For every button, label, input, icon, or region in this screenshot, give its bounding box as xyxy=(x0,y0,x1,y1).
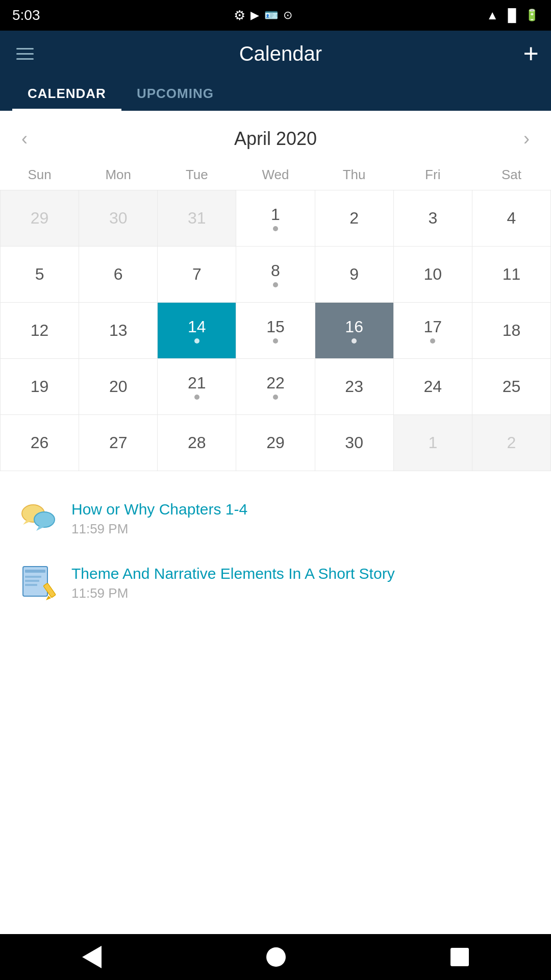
svg-rect-7 xyxy=(25,580,39,582)
event-item-2[interactable]: Theme And Narrative Elements In A Short … xyxy=(10,551,541,615)
svg-rect-8 xyxy=(25,584,37,586)
calendar-cell[interactable]: 30 xyxy=(315,415,393,471)
recent-button[interactable] xyxy=(450,948,469,966)
calendar-cell[interactable]: 15 xyxy=(236,303,315,359)
day-number: 11 xyxy=(472,247,550,302)
day-number: 25 xyxy=(472,359,550,414)
calendar-week-1: 567891011 xyxy=(1,247,551,303)
calendar-cell[interactable]: 27 xyxy=(79,415,158,471)
calendar-cell[interactable]: 2 xyxy=(315,190,393,247)
calendar-cell[interactable]: 23 xyxy=(315,359,393,415)
day-number: 9 xyxy=(315,247,393,302)
settings-icon: ⚙ xyxy=(234,8,245,23)
prev-month-button[interactable]: ‹ xyxy=(15,126,34,152)
calendar-cell[interactable]: 25 xyxy=(472,359,550,415)
svg-rect-6 xyxy=(25,576,41,578)
app-title: Calendar xyxy=(239,42,322,65)
event-dot xyxy=(194,395,199,400)
calendar-cell[interactable]: 1 xyxy=(236,190,315,247)
header-fri: Fri xyxy=(393,162,472,190)
calendar-cell[interactable]: 10 xyxy=(393,247,472,303)
event-dot xyxy=(273,395,278,400)
day-number: 18 xyxy=(472,303,550,358)
calendar-cell[interactable]: 1 xyxy=(393,415,472,471)
calendar-cell[interactable]: 28 xyxy=(158,415,236,471)
calendar-cell[interactable]: 17 xyxy=(393,303,472,359)
event-title-1: How or Why Chapters 1-4 xyxy=(71,501,247,518)
calendar-cell[interactable]: 12 xyxy=(1,303,79,359)
tab-calendar[interactable]: CALENDAR xyxy=(12,77,121,111)
tab-upcoming[interactable]: UPCOMING xyxy=(121,77,229,111)
calendar-cell[interactable]: 11 xyxy=(472,247,550,303)
calendar-cell[interactable]: 9 xyxy=(315,247,393,303)
calendar-cell[interactable]: 24 xyxy=(393,359,472,415)
next-month-button[interactable]: › xyxy=(517,126,536,152)
day-number: 31 xyxy=(158,190,236,246)
event-title-2: Theme And Narrative Elements In A Short … xyxy=(71,565,395,582)
header-wed: Wed xyxy=(236,162,315,190)
calendar-week-4: 262728293012 xyxy=(1,415,551,471)
day-number: 22 xyxy=(236,359,314,414)
event-item[interactable]: How or Why Chapters 1-4 11:59 PM xyxy=(10,486,541,551)
header: Calendar + CALENDAR UPCOMING xyxy=(0,31,551,111)
calendar-cell[interactable]: 13 xyxy=(79,303,158,359)
calendar-week-2: 12131415161718 xyxy=(1,303,551,359)
day-number: 28 xyxy=(158,415,236,471)
day-number: 27 xyxy=(79,415,157,471)
calendar-cell[interactable]: 20 xyxy=(79,359,158,415)
calendar-cell[interactable]: 29 xyxy=(1,190,79,247)
day-number: 24 xyxy=(394,359,472,414)
calendar-cell[interactable]: 7 xyxy=(158,247,236,303)
calendar-cell[interactable]: 31 xyxy=(158,190,236,247)
at-icon: ⊙ xyxy=(283,9,292,22)
day-number: 1 xyxy=(236,190,314,246)
calendar-cell[interactable]: 26 xyxy=(1,415,79,471)
calendar-nav: ‹ April 2020 › xyxy=(0,121,551,162)
status-time: 5:03 xyxy=(12,7,40,23)
status-icons-left: ⚙ ▶ 🪪 ⊙ xyxy=(234,8,292,23)
calendar-cell[interactable]: 29 xyxy=(236,415,315,471)
add-button[interactable]: + xyxy=(523,40,539,67)
calendar-cell[interactable]: 3 xyxy=(393,190,472,247)
calendar-cell[interactable]: 21 xyxy=(158,359,236,415)
day-number: 5 xyxy=(1,247,79,302)
calendar-cell[interactable]: 30 xyxy=(79,190,158,247)
svg-point-2 xyxy=(34,512,55,527)
day-number: 3 xyxy=(394,190,472,246)
calendar-cell[interactable]: 6 xyxy=(79,247,158,303)
day-number: 17 xyxy=(394,303,472,358)
day-number: 29 xyxy=(236,415,314,471)
calendar-cell[interactable]: 22 xyxy=(236,359,315,415)
calendar-cell[interactable]: 5 xyxy=(1,247,79,303)
calendar-cell[interactable]: 19 xyxy=(1,359,79,415)
home-button[interactable] xyxy=(266,947,286,967)
calendar-cell[interactable]: 14 xyxy=(158,303,236,359)
bottom-nav xyxy=(0,934,551,980)
event-dot xyxy=(352,338,357,344)
day-number: 7 xyxy=(158,247,236,302)
calendar-cell[interactable]: 18 xyxy=(472,303,550,359)
calendar-cell[interactable]: 8 xyxy=(236,247,315,303)
day-number: 2 xyxy=(472,415,550,471)
event-time-2: 11:59 PM xyxy=(71,585,395,601)
day-number: 10 xyxy=(394,247,472,302)
calendar-grid: Sun Mon Tue Wed Thu Fri Sat 293031123456… xyxy=(0,162,551,471)
calendar-cell[interactable]: 16 xyxy=(315,303,393,359)
day-headers-row: Sun Mon Tue Wed Thu Fri Sat xyxy=(1,162,551,190)
event-time-1: 11:59 PM xyxy=(71,521,247,537)
event-dot xyxy=(273,282,278,287)
day-number: 1 xyxy=(394,415,472,471)
status-icons-right: ▲ ▐▌ 🔋 xyxy=(486,8,539,22)
hamburger-button[interactable] xyxy=(12,44,38,64)
day-number: 20 xyxy=(79,359,157,414)
day-number: 12 xyxy=(1,303,79,358)
play-icon: ▶ xyxy=(251,9,259,22)
header-top: Calendar + xyxy=(12,31,539,77)
event-dot xyxy=(273,338,278,344)
calendar-cell[interactable]: 4 xyxy=(472,190,550,247)
back-button[interactable] xyxy=(82,946,102,968)
calendar-cell[interactable]: 2 xyxy=(472,415,550,471)
event-dot xyxy=(194,338,199,344)
calendar-week-0: 2930311234 xyxy=(1,190,551,247)
day-number: 6 xyxy=(79,247,157,302)
